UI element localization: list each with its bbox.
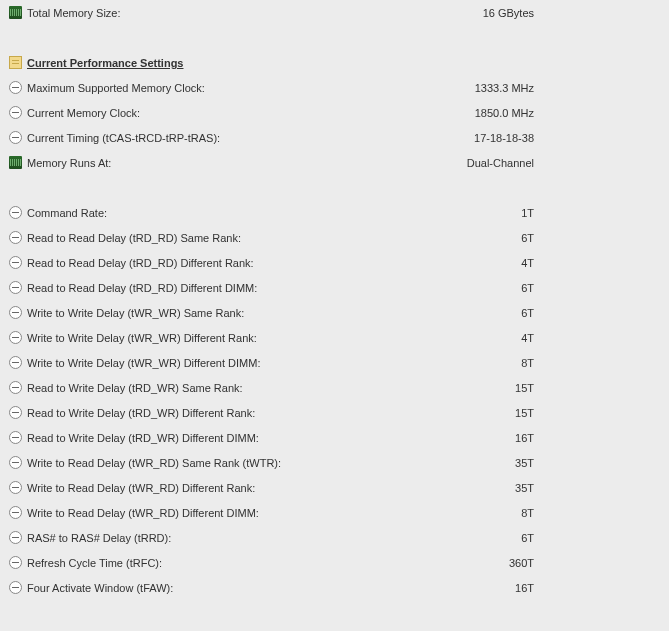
label: Write to Write Delay (tWR_WR) Different … xyxy=(27,357,260,369)
row-trfc: Refresh Cycle Time (tRFC): 360T xyxy=(0,550,669,575)
row-trd-wr-diff-rank: Read to Write Delay (tRD_WR) Different R… xyxy=(0,400,669,425)
spacer xyxy=(0,25,669,50)
circle-minus-icon xyxy=(9,281,22,294)
row-trrd: RAS# to RAS# Delay (tRRD): 6T xyxy=(0,525,669,550)
spacer xyxy=(0,175,669,200)
circle-minus-icon xyxy=(9,81,22,94)
value: 8T xyxy=(501,357,669,369)
circle-minus-icon xyxy=(9,381,22,394)
row-tfaw: Four Activate Window (tFAW): 16T xyxy=(0,575,669,600)
circle-minus-icon xyxy=(9,206,22,219)
value: Dual-Channel xyxy=(447,157,669,169)
row-current-memory-clock: Current Memory Clock: 1850.0 MHz xyxy=(0,100,669,125)
circle-minus-icon xyxy=(9,581,22,594)
circle-minus-icon xyxy=(9,256,22,269)
circle-minus-icon xyxy=(9,331,22,344)
circle-minus-icon xyxy=(9,556,22,569)
label: Maximum Supported Memory Clock: xyxy=(27,82,205,94)
label: Read to Read Delay (tRD_RD) Same Rank: xyxy=(27,232,241,244)
total-memory-label: Total Memory Size: xyxy=(27,7,121,19)
ram-icon xyxy=(9,6,22,19)
value: 16T xyxy=(495,432,669,444)
circle-minus-icon xyxy=(9,306,22,319)
value: 4T xyxy=(501,257,669,269)
row-twr-wr-same: Write to Write Delay (tWR_WR) Same Rank:… xyxy=(0,300,669,325)
ram-icon xyxy=(9,156,22,169)
label: Command Rate: xyxy=(27,207,107,219)
row-current-timing: Current Timing (tCAS-tRCD-tRP-tRAS): 17-… xyxy=(0,125,669,150)
label: RAS# to RAS# Delay (tRRD): xyxy=(27,532,171,544)
row-command-rate: Command Rate: 1T xyxy=(0,200,669,225)
circle-minus-icon xyxy=(9,106,22,119)
section-header: Current Performance Settings xyxy=(0,50,669,75)
value: 6T xyxy=(501,532,669,544)
circle-minus-icon xyxy=(9,481,22,494)
row-total-memory: Total Memory Size: 16 GBytes xyxy=(0,0,669,25)
value: 1T xyxy=(501,207,669,219)
value: 35T xyxy=(495,482,669,494)
total-memory-value: 16 GBytes xyxy=(463,7,669,19)
section-title: Current Performance Settings xyxy=(27,57,183,69)
label: Refresh Cycle Time (tRFC): xyxy=(27,557,162,569)
value: 17-18-18-38 xyxy=(454,132,669,144)
row-twr-wr-diff-dimm: Write to Write Delay (tWR_WR) Different … xyxy=(0,350,669,375)
value: 1333.3 MHz xyxy=(455,82,669,94)
circle-minus-icon xyxy=(9,131,22,144)
circle-minus-icon xyxy=(9,406,22,419)
circle-minus-icon xyxy=(9,456,22,469)
value: 15T xyxy=(495,382,669,394)
label: Read to Read Delay (tRD_RD) Different Ra… xyxy=(27,257,254,269)
label: Write to Write Delay (tWR_WR) Same Rank: xyxy=(27,307,244,319)
value: 8T xyxy=(501,507,669,519)
label: Read to Write Delay (tRD_WR) Same Rank: xyxy=(27,382,243,394)
row-trd-rd-diff-dimm: Read to Read Delay (tRD_RD) Different DI… xyxy=(0,275,669,300)
row-trd-wr-diff-dimm: Read to Write Delay (tRD_WR) Different D… xyxy=(0,425,669,450)
row-twr-rd-diff-rank: Write to Read Delay (tWR_RD) Different R… xyxy=(0,475,669,500)
circle-minus-icon xyxy=(9,431,22,444)
label: Read to Read Delay (tRD_RD) Different DI… xyxy=(27,282,257,294)
value: 6T xyxy=(501,307,669,319)
value: 360T xyxy=(489,557,669,569)
value: 6T xyxy=(501,232,669,244)
label: Current Timing (tCAS-tRCD-tRP-tRAS): xyxy=(27,132,220,144)
row-trd-rd-same: Read to Read Delay (tRD_RD) Same Rank: 6… xyxy=(0,225,669,250)
row-max-supported-clock: Maximum Supported Memory Clock: 1333.3 M… xyxy=(0,75,669,100)
section-icon xyxy=(9,56,22,69)
value: 16T xyxy=(495,582,669,594)
row-twr-rd-same: Write to Read Delay (tWR_RD) Same Rank (… xyxy=(0,450,669,475)
row-memory-runs-at: Memory Runs At: Dual-Channel xyxy=(0,150,669,175)
label: Read to Write Delay (tRD_WR) Different R… xyxy=(27,407,255,419)
label: Four Activate Window (tFAW): xyxy=(27,582,173,594)
label: Write to Write Delay (tWR_WR) Different … xyxy=(27,332,257,344)
label: Write to Read Delay (tWR_RD) Same Rank (… xyxy=(27,457,281,469)
label: Read to Write Delay (tRD_WR) Different D… xyxy=(27,432,259,444)
memory-info-panel: Total Memory Size: 16 GBytes Current Per… xyxy=(0,0,669,600)
row-trd-rd-diff-rank: Read to Read Delay (tRD_RD) Different Ra… xyxy=(0,250,669,275)
circle-minus-icon xyxy=(9,531,22,544)
value: 4T xyxy=(501,332,669,344)
value: 35T xyxy=(495,457,669,469)
circle-minus-icon xyxy=(9,506,22,519)
label: Write to Read Delay (tWR_RD) Different D… xyxy=(27,507,259,519)
circle-minus-icon xyxy=(9,356,22,369)
value: 1850.0 MHz xyxy=(455,107,669,119)
value: 6T xyxy=(501,282,669,294)
value: 15T xyxy=(495,407,669,419)
label: Write to Read Delay (tWR_RD) Different R… xyxy=(27,482,255,494)
row-twr-rd-diff-dimm: Write to Read Delay (tWR_RD) Different D… xyxy=(0,500,669,525)
row-trd-wr-same: Read to Write Delay (tRD_WR) Same Rank: … xyxy=(0,375,669,400)
circle-minus-icon xyxy=(9,231,22,244)
label: Current Memory Clock: xyxy=(27,107,140,119)
row-twr-wr-diff-rank: Write to Write Delay (tWR_WR) Different … xyxy=(0,325,669,350)
label: Memory Runs At: xyxy=(27,157,111,169)
